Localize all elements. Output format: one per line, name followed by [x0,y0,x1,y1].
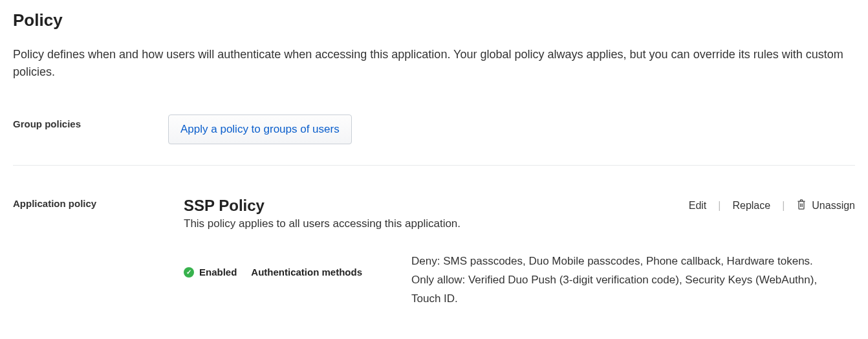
apply-policy-button[interactable]: Apply a policy to groups of users [168,115,352,144]
check-circle-icon: ✓ [184,267,194,278]
policy-subtitle: This policy applies to all users accessi… [184,217,855,230]
group-policies-row: Group policies Apply a policy to groups … [13,115,855,144]
policy-actions: Edit | Replace | Unassign [689,199,855,213]
page-description: Policy defines when and how users will a… [13,46,855,81]
policy-name: SSP Policy [184,197,265,215]
divider [13,165,855,166]
page-title: Policy [13,10,855,30]
group-policies-label: Group policies [13,115,168,129]
application-policy-row: Application policy SSP Policy Edit | Rep… [13,197,855,309]
status-text: Enabled [199,267,237,278]
action-separator: | [782,200,785,212]
unassign-link[interactable]: Unassign [796,199,855,213]
trash-icon [796,199,807,213]
action-separator: | [718,200,721,212]
auth-methods-label: Authentication methods [251,267,362,278]
edit-link[interactable]: Edit [689,200,707,212]
policy-details: ✓ Enabled Authentication methods Deny: S… [184,267,855,309]
status-badge: ✓ Enabled [184,267,237,278]
application-policy-label: Application policy [13,197,168,209]
unassign-label: Unassign [812,200,855,212]
replace-link[interactable]: Replace [732,200,770,212]
policy-header: SSP Policy Edit | Replace | [184,197,855,215]
auth-methods-description: Deny: SMS passcodes, Duo Mobile passcode… [411,252,825,309]
